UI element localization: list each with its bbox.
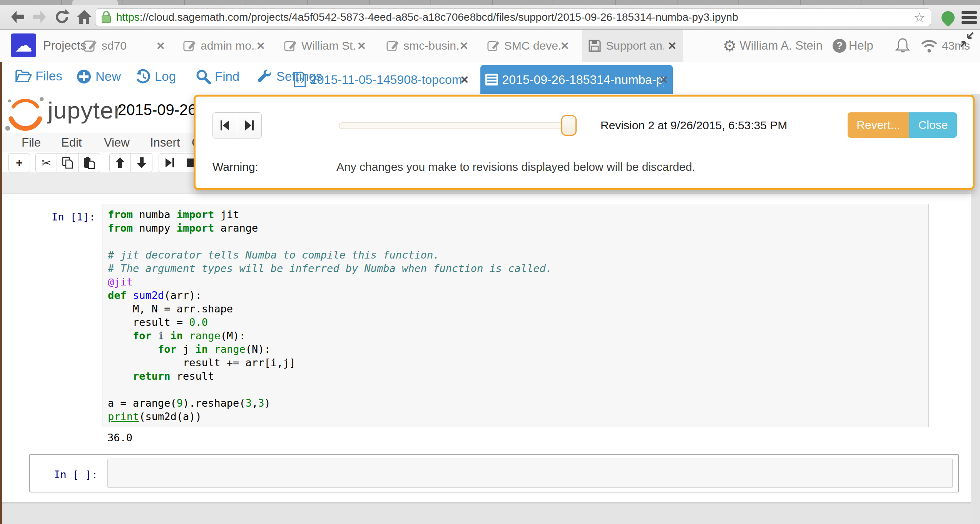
url-bar[interactable]: https://cloud.sagemath.com/projects/4a5f… [95, 8, 931, 26]
extension-icon[interactable] [939, 8, 957, 27]
edit-icon [83, 39, 97, 53]
step-forward-icon [244, 120, 254, 131]
cell-output: 36.0 [107, 432, 132, 444]
menu-view[interactable]: View [104, 136, 130, 150]
back-button[interactable] [8, 8, 26, 26]
home-button[interactable] [75, 8, 93, 26]
project-tab-smc-business[interactable]: smc-busin... ✕ [380, 30, 475, 62]
smc-logo[interactable]: ☁ [11, 33, 36, 57]
forward-button[interactable] [31, 8, 48, 26]
url-path: ://cloud.sagemath.com/projects/4a5f0542-… [140, 11, 738, 23]
scissors-icon: ✂ [41, 156, 51, 170]
refresh-button[interactable] [53, 8, 71, 26]
file-tab-numba-active[interactable]: 2015-09-26-185314-numba-py3 ✕ [480, 65, 673, 94]
project-tab-admin[interactable]: admin mo... ✕ [177, 30, 271, 62]
close-icon[interactable]: ✕ [460, 73, 469, 86]
notebook-title[interactable]: 2015-09-26 [118, 101, 197, 118]
find-button[interactable]: Find [196, 69, 239, 84]
paste-icon [84, 157, 95, 169]
help-label: Help [849, 39, 873, 53]
fullscreen-toggle-icon[interactable] [958, 31, 975, 50]
revert-button[interactable]: Revert... [848, 112, 909, 138]
plus-icon: + [16, 156, 23, 169]
warning-label: Warning: [212, 160, 258, 174]
close-icon[interactable]: ✕ [357, 40, 366, 52]
help-icon: ? [833, 39, 846, 53]
run-icon [164, 157, 175, 168]
notebook-area: In [1]: from numba import jitfrom numpy … [2, 194, 971, 502]
bell-icon [895, 37, 910, 54]
project-tab-label: SMC deve... [504, 39, 560, 52]
step-backward-icon [220, 120, 230, 131]
arrow-down-icon [137, 157, 147, 169]
close-button[interactable]: Close [909, 112, 957, 138]
copy-icon [62, 157, 74, 169]
gear-icon: ⚙ [723, 37, 737, 55]
project-tab-label: Support an... [606, 39, 664, 52]
copy-cell-button[interactable] [57, 153, 79, 172]
file-tab-label: 2015-09-26-185314-numba-py3 [502, 73, 664, 87]
empty-cell-input[interactable] [107, 459, 953, 488]
url-scheme: https [116, 11, 140, 23]
project-tab-smc-dev[interactable]: SMC deve... ✕ [481, 30, 575, 62]
revision-slider-track[interactable] [339, 122, 577, 129]
menu-file[interactable]: File [22, 136, 41, 150]
bookmark-star-icon[interactable]: ☆ [914, 10, 925, 25]
paste-cell-button[interactable] [79, 153, 100, 172]
arrow-up-icon [115, 157, 125, 169]
close-icon[interactable]: ✕ [256, 40, 265, 52]
log-button[interactable]: Log [135, 69, 176, 84]
notifications-button[interactable] [895, 37, 910, 54]
edit-icon [386, 39, 399, 53]
close-icon[interactable]: ✕ [460, 40, 468, 52]
page-end [2, 502, 971, 524]
user-name: William A. Stein [740, 39, 823, 53]
browser-tabstrip [0, 0, 980, 5]
menu-insert[interactable]: Insert [150, 136, 180, 150]
add-cell-button[interactable]: + [8, 153, 30, 172]
project-tab-label: sd70 [102, 39, 127, 52]
input-prompt: In [1]: [52, 211, 95, 223]
edit-icon [183, 39, 196, 53]
empty-cell[interactable]: In [ ]: [29, 454, 959, 492]
move-cell-up-button[interactable] [109, 153, 131, 172]
move-cell-down-button[interactable] [131, 153, 152, 172]
revision-back-button[interactable] [212, 112, 237, 139]
project-tab-support[interactable]: Support an... ✕ [582, 30, 683, 62]
wifi-icon [920, 38, 938, 53]
revision-forward-button[interactable] [237, 112, 262, 139]
project-tab-label: admin mo... [201, 39, 256, 52]
new-button[interactable]: New [76, 69, 121, 84]
url-text: https://cloud.sagemath.com/projects/4a5f… [116, 11, 910, 23]
save-icon [588, 39, 601, 52]
revision-slider-handle[interactable] [561, 115, 577, 136]
project-nav: Files New Log Find Settings 2015-11-05-1… [0, 62, 980, 94]
input-prompt: In [ ]: [54, 469, 98, 481]
edit-icon [487, 39, 500, 53]
browser-active-tab[interactable] [72, 0, 118, 5]
cloud-icon: ☁ [15, 35, 32, 56]
run-cell-button[interactable] [159, 153, 180, 172]
code-cell-input[interactable]: from numba import jitfrom numpy import a… [102, 204, 929, 427]
files-button[interactable]: Files [15, 69, 62, 83]
close-icon[interactable]: ✕ [156, 40, 165, 52]
menu-edit[interactable]: Edit [61, 136, 82, 150]
menu-icon[interactable] [962, 11, 977, 24]
project-tab-william[interactable]: William St... ✕ [278, 30, 372, 62]
help-button[interactable]: ? Help [833, 39, 873, 53]
new-label: New [95, 69, 121, 84]
close-icon[interactable]: ✕ [659, 73, 668, 86]
revision-history-panel: Revision 2 at 9/26/2015, 6:53:35 PM Reve… [194, 95, 975, 190]
smc-tabbar: ☁ Projects sd70 ✕ admin mo... ✕ William … [0, 30, 980, 62]
close-icon[interactable]: ✕ [560, 40, 569, 52]
file-tab-topcom[interactable]: 2015-11-05-145908-topcom.sag ✕ [293, 65, 476, 94]
project-tab-sd70[interactable]: sd70 ✕ [77, 30, 171, 62]
close-icon[interactable]: ✕ [668, 40, 677, 52]
files-label: Files [35, 69, 62, 83]
jupyter-logo [5, 96, 46, 134]
cut-cell-button[interactable]: ✂ [35, 153, 57, 172]
project-tab-label: smc-busin... [403, 39, 459, 52]
notebook-icon [485, 73, 498, 86]
lock-icon [101, 11, 112, 24]
account-button[interactable]: ⚙ William A. Stein [723, 37, 823, 55]
